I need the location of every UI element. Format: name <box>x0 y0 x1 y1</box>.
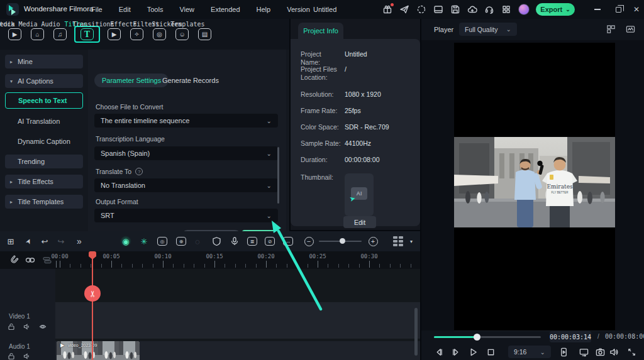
chevron-down-icon: ⌄ <box>267 212 272 219</box>
headset-support-icon[interactable] <box>484 4 494 14</box>
apps-grid-icon[interactable] <box>501 4 511 14</box>
render-shield-icon[interactable] <box>211 236 222 247</box>
menu-extended[interactable]: Extended <box>211 6 240 13</box>
form-scrollbar[interactable] <box>277 147 279 204</box>
sidebar-item-mine[interactable]: ▸ Mine <box>5 55 83 68</box>
track-height-icon[interactable] <box>393 236 403 246</box>
playhead[interactable] <box>92 251 93 360</box>
media-browser-grid-icon[interactable]: ⊞ <box>5 236 16 247</box>
undo-icon[interactable]: ↩ <box>39 236 50 247</box>
sidebar-item-title-effects[interactable]: ▸ Title Effects <box>5 175 83 188</box>
timeline-zoom-slider[interactable] <box>319 241 362 242</box>
tab-project-info[interactable]: Project Info <box>298 23 343 39</box>
mute-speaker-icon[interactable] <box>23 352 31 360</box>
close-button[interactable]: ✕ <box>629 0 644 19</box>
lock-icon[interactable] <box>8 352 15 360</box>
phone-preview-icon[interactable] <box>557 346 570 358</box>
menu-file[interactable]: File <box>91 6 103 13</box>
select-cursor-icon[interactable]: ➤ <box>21 234 36 249</box>
cloud-upload-icon[interactable] <box>467 4 477 14</box>
sidebar-item-dynamic-caption[interactable]: Dynamic Caption <box>5 134 83 148</box>
fullscreen-icon[interactable] <box>625 346 638 358</box>
audio-mixer-icon[interactable]: ≣ <box>247 236 258 247</box>
camera-add-icon[interactable]: ⊕ <box>175 236 187 247</box>
sidebar-item-trending[interactable]: Trending <box>5 155 83 168</box>
menu-edit[interactable]: Edit <box>119 6 131 13</box>
record-voiceover-mic-icon[interactable] <box>229 236 240 247</box>
redo-icon[interactable]: ↪ <box>55 236 67 247</box>
snapshot-camera-icon[interactable] <box>594 346 606 358</box>
translate-to-select[interactable]: No Translation ⌄ <box>94 178 278 192</box>
ai-audio-stretch-icon[interactable]: ✳ <box>138 236 150 247</box>
layout-grid-icon[interactable] <box>606 25 616 34</box>
tab-effects[interactable]: ✧ Effects <box>128 27 145 41</box>
stop-button[interactable] <box>484 346 497 358</box>
tab-filters[interactable]: ◎ Filters <box>151 27 168 41</box>
sidebar-item-title-templates[interactable]: ▸ Title Templates <box>5 195 83 209</box>
tab-templates[interactable]: ▤ Templates <box>196 27 213 41</box>
tab-audio[interactable]: ♫ Audio <box>52 27 69 41</box>
tab-stickers[interactable]: ☺ Stickers <box>174 27 191 41</box>
transport-controls: 9:16 ⌄ <box>421 344 644 360</box>
timeline-vertical-scrollbar[interactable] <box>414 308 418 356</box>
save-icon[interactable] <box>450 4 460 14</box>
send-feedback-icon[interactable] <box>399 4 409 14</box>
previous-frame-button[interactable] <box>433 346 445 358</box>
export-button[interactable]: Export ⌄ <box>536 3 575 16</box>
screen-record-off-icon[interactable]: ⊘ <box>264 236 275 247</box>
next-frame-button[interactable] <box>449 346 462 358</box>
project-thumbnail[interactable]: AI ➤ <box>345 173 374 216</box>
user-avatar[interactable] <box>518 4 530 15</box>
sidebar-item-ai-translation[interactable]: AI Translation <box>5 114 83 128</box>
sync-spinner-icon[interactable] <box>416 4 426 14</box>
minimize-button[interactable] <box>588 0 607 19</box>
tab-stock-media[interactable]: ⌂ Stock Media <box>29 27 46 41</box>
zoom-in-icon[interactable]: + <box>367 236 379 247</box>
transcription-language-select[interactable]: Spanish (Spain) ⌄ <box>94 146 278 160</box>
volume-icon[interactable] <box>608 346 620 358</box>
file-to-convert-select[interactable]: The entire timeline sequence ⌄ <box>94 114 278 128</box>
edit-thumbnail-button[interactable]: Edit <box>343 216 376 228</box>
timeline-ruler[interactable]: 00:00 00:05 00:10 00:15 00:20 00:25 00:3… <box>0 251 420 269</box>
dubbing-disabled-icon[interactable]: ◌ <box>192 236 203 247</box>
track-height-caret-icon[interactable]: ▾ <box>406 236 417 247</box>
menu-version[interactable]: Version <box>287 6 310 13</box>
tab-titles[interactable]: T Titles <box>74 26 100 43</box>
play-button[interactable] <box>467 346 479 358</box>
menu-help[interactable]: Help <box>257 6 271 13</box>
playback-quality-select[interactable]: Full Quality ⌄ <box>459 23 517 36</box>
mirror-display-icon[interactable] <box>577 346 590 358</box>
tab-generate-records[interactable]: Generate Records <box>162 77 219 84</box>
scopes-icon[interactable] <box>626 25 635 34</box>
lock-icon[interactable] <box>8 323 15 330</box>
hide-eye-icon[interactable] <box>39 323 47 330</box>
aspect-ratio-select[interactable]: 9:16 ⌄ <box>508 346 551 358</box>
video-track-lane[interactable] <box>55 302 420 339</box>
menu-view[interactable]: View <box>179 6 194 13</box>
fit-timeline-icon[interactable]: ↔ <box>282 236 294 247</box>
zoom-out-icon[interactable]: − <box>303 236 314 247</box>
more-tools-icon[interactable]: » <box>74 236 85 247</box>
video-clip[interactable]: ▶ video_2023-09 <box>57 341 140 360</box>
seek-bar[interactable] <box>434 336 541 338</box>
speech-to-text-tool-icon[interactable]: ◎ <box>157 236 168 247</box>
zoom-slider-handle[interactable] <box>340 238 345 244</box>
seek-handle[interactable] <box>474 334 480 341</box>
snap-magnet-icon[interactable] <box>8 254 20 266</box>
video-canvas[interactable]: Emirates FLY BETTER <box>454 43 615 330</box>
menu-tools[interactable]: Tools <box>147 6 164 13</box>
ai-copilot-icon[interactable]: ◉ <box>120 236 131 247</box>
gift-icon[interactable] <box>382 4 392 14</box>
help-icon[interactable]: ? <box>135 168 143 175</box>
sidebar-item-speech-to-text[interactable]: Speech to Text <box>5 92 83 109</box>
split-scissors-button[interactable]: ✂ <box>84 285 101 302</box>
tab-media[interactable]: ▶ Media <box>6 27 23 41</box>
link-clips-icon[interactable] <box>24 254 36 266</box>
output-format-select[interactable]: SRT ⌄ <box>94 209 278 222</box>
restore-button[interactable] <box>609 0 628 19</box>
mute-speaker-icon[interactable] <box>23 323 31 330</box>
tab-transitions[interactable]: ▶ Transitions <box>106 27 123 41</box>
sidebar-item-ai-captions[interactable]: ▾ AI Captions <box>5 74 83 88</box>
layout-panel-icon[interactable] <box>433 4 443 14</box>
tab-parameter-settings[interactable]: Parameter Settings <box>94 74 169 87</box>
